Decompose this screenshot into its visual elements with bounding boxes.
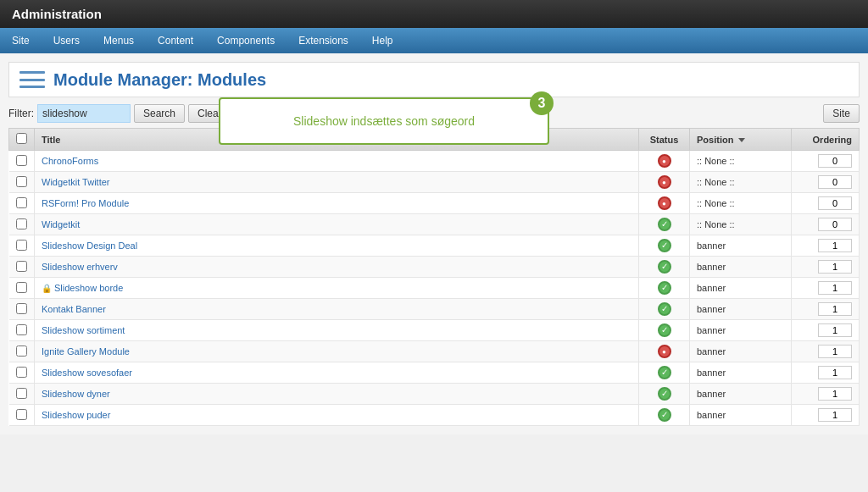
row-checkbox[interactable] bbox=[16, 261, 27, 272]
ordering-input[interactable] bbox=[818, 260, 852, 274]
row-title-link[interactable]: Kontakt Banner bbox=[42, 304, 106, 314]
ordering-input[interactable] bbox=[818, 154, 852, 168]
status-disabled-icon[interactable] bbox=[658, 196, 671, 210]
row-ordering-cell bbox=[792, 172, 860, 193]
toolbar-left: Filter: Search Clear bbox=[8, 104, 231, 123]
ordering-input[interactable] bbox=[818, 323, 852, 337]
row-checkbox[interactable] bbox=[16, 197, 27, 208]
row-title-cell: Slideshow sovesofaer bbox=[35, 362, 639, 384]
status-enabled-icon[interactable] bbox=[658, 387, 671, 401]
row-ordering-cell bbox=[792, 278, 860, 299]
nav-item-users[interactable]: Users bbox=[42, 28, 92, 53]
row-title-link[interactable]: Slideshow sovesofaer bbox=[42, 368, 132, 378]
row-checkbox[interactable] bbox=[16, 303, 27, 314]
select-all-checkbox[interactable] bbox=[16, 133, 27, 144]
row-ordering-cell bbox=[792, 320, 860, 341]
page-title: Module Manager: Modules bbox=[53, 70, 266, 90]
row-checkbox[interactable] bbox=[16, 218, 27, 229]
row-title-link[interactable]: Ignite Gallery Module bbox=[42, 346, 130, 357]
row-title-link[interactable]: Widgetkit bbox=[42, 219, 80, 229]
row-checkbox-cell bbox=[9, 193, 35, 214]
search-button[interactable]: Search bbox=[134, 104, 185, 123]
row-title-cell: Ignite Gallery Module bbox=[35, 341, 639, 362]
row-title-link[interactable]: Slideshow Design Deal bbox=[42, 240, 137, 251]
table-row: ChronoForms:: None :: bbox=[9, 151, 860, 172]
row-status-cell bbox=[639, 405, 690, 426]
filter-input[interactable] bbox=[37, 104, 131, 123]
status-disabled-icon[interactable] bbox=[658, 154, 671, 168]
nav-item-content[interactable]: Content bbox=[146, 28, 205, 53]
row-checkbox[interactable] bbox=[16, 409, 27, 420]
row-position-cell: banner bbox=[690, 320, 792, 341]
row-ordering-cell bbox=[792, 362, 860, 384]
ordering-input[interactable] bbox=[818, 218, 852, 231]
row-status-cell bbox=[639, 151, 690, 172]
row-title-cell: Kontakt Banner bbox=[35, 299, 639, 320]
col-checkbox bbox=[9, 129, 35, 151]
row-title-link[interactable]: Slideshow erhverv bbox=[42, 262, 118, 272]
page-header: Module Manager: Modules bbox=[8, 62, 860, 97]
row-position-cell: :: None :: bbox=[690, 172, 792, 193]
ordering-input[interactable] bbox=[818, 302, 852, 316]
row-position-cell: banner bbox=[690, 384, 792, 405]
row-title-link[interactable]: ChronoForms bbox=[42, 156, 98, 166]
nav-item-extensions[interactable]: Extensions bbox=[287, 28, 360, 53]
table-row: Slideshow sovesofaerbanner bbox=[9, 362, 860, 384]
status-enabled-icon[interactable] bbox=[658, 218, 671, 231]
row-status-cell bbox=[639, 214, 690, 235]
tooltip-text: Slideshow indsættes som søgeord bbox=[293, 114, 475, 128]
row-title-link[interactable]: Slideshow borde bbox=[54, 283, 123, 293]
status-enabled-icon[interactable] bbox=[658, 239, 671, 252]
nav-item-components[interactable]: Components bbox=[205, 28, 287, 53]
nav-item-menus[interactable]: Menus bbox=[92, 28, 146, 53]
row-checkbox[interactable] bbox=[16, 324, 27, 335]
ordering-input[interactable] bbox=[818, 366, 852, 379]
row-status-cell bbox=[639, 193, 690, 214]
row-title-link[interactable]: Slideshow puder bbox=[42, 410, 110, 420]
nav-item-help[interactable]: Help bbox=[360, 28, 405, 53]
row-title-cell: Slideshow erhverv bbox=[35, 257, 639, 278]
col-position[interactable]: Position bbox=[690, 129, 792, 151]
ordering-input[interactable] bbox=[818, 175, 852, 189]
row-title-link[interactable]: Slideshow sortiment bbox=[42, 325, 125, 335]
module-manager-icon bbox=[19, 69, 45, 90]
row-ordering-cell bbox=[792, 257, 860, 278]
status-disabled-icon[interactable] bbox=[658, 345, 671, 358]
status-enabled-icon[interactable] bbox=[658, 408, 671, 422]
site-button[interactable]: Site bbox=[823, 104, 860, 123]
row-title-link[interactable]: Slideshow dyner bbox=[42, 389, 110, 399]
status-enabled-icon[interactable] bbox=[658, 281, 671, 295]
row-position-cell: banner bbox=[690, 405, 792, 426]
row-title-link[interactable]: Widgetkit Twitter bbox=[42, 177, 110, 187]
row-position-cell: banner bbox=[690, 278, 792, 299]
ordering-input[interactable] bbox=[818, 345, 852, 358]
row-checkbox[interactable] bbox=[16, 282, 27, 293]
status-disabled-icon[interactable] bbox=[658, 175, 671, 189]
row-title-cell: Slideshow dyner bbox=[35, 384, 639, 405]
ordering-input[interactable] bbox=[818, 281, 852, 295]
status-enabled-icon[interactable] bbox=[658, 366, 671, 379]
row-checkbox[interactable] bbox=[16, 176, 27, 187]
ordering-input[interactable] bbox=[818, 239, 852, 252]
status-enabled-icon[interactable] bbox=[658, 323, 671, 337]
ordering-input[interactable] bbox=[818, 196, 852, 210]
status-enabled-icon[interactable] bbox=[658, 302, 671, 316]
nav-item-site[interactable]: Site bbox=[0, 28, 42, 53]
row-checkbox[interactable] bbox=[16, 367, 27, 378]
table-row: Widgetkit Twitter:: None :: bbox=[9, 172, 860, 193]
status-enabled-icon[interactable] bbox=[658, 260, 671, 274]
row-title-link[interactable]: RSForm! Pro Module bbox=[42, 198, 129, 208]
row-checkbox[interactable] bbox=[16, 388, 27, 399]
row-checkbox[interactable] bbox=[16, 155, 27, 166]
row-checkbox[interactable] bbox=[16, 240, 27, 251]
ordering-input[interactable] bbox=[818, 408, 852, 422]
row-status-cell bbox=[639, 341, 690, 362]
row-checkbox[interactable] bbox=[16, 346, 27, 357]
col-status[interactable]: Status bbox=[639, 129, 690, 151]
row-checkbox-cell bbox=[9, 384, 35, 405]
row-ordering-cell bbox=[792, 235, 860, 257]
row-ordering-cell bbox=[792, 299, 860, 320]
ordering-input[interactable] bbox=[818, 387, 852, 401]
filter-label: Filter: bbox=[8, 108, 34, 119]
col-ordering[interactable]: Ordering bbox=[792, 129, 860, 151]
